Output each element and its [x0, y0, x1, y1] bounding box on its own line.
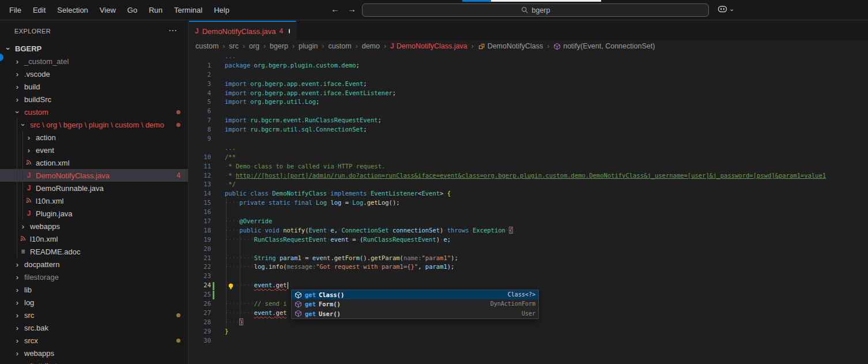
code-line-16[interactable]: 16: [189, 208, 868, 217]
tree-item-demonotifyclass-java[interactable]: JDemoNotifyClass.java4: [0, 169, 188, 182]
dirty-indicator-dot[interactable]: [289, 29, 290, 33]
method-symbol-icon: [553, 43, 561, 50]
line-number: 11: [189, 162, 211, 171]
menu-help[interactable]: Help: [208, 6, 235, 14]
code-line-12[interactable]: 12·*·http://[host]:[port]/admin/run.do?a…: [189, 171, 868, 181]
lightbulb-icon[interactable]: [227, 282, 235, 292]
code-line-24[interactable]: 24········event.get: [189, 281, 868, 290]
tree-item-plugin-java[interactable]: JPlugin.java: [0, 207, 188, 220]
suggest-item-getform[interactable]: getForm()DynActionForm: [292, 299, 538, 309]
command-center-search[interactable]: bgerp: [362, 3, 709, 17]
tree-item-label: src: [24, 311, 34, 320]
menu-bar: FileEditSelectionViewGoRunTerminalHelp: [3, 0, 235, 20]
code-line-text: ····private·static·final·Log·log·=·Log.g…: [225, 198, 400, 208]
tree-item-lib[interactable]: ›lib: [0, 283, 188, 296]
tree-item-webapps[interactable]: ›webapps: [0, 220, 188, 232]
breadcrumb-demonotifyclass[interactable]: DemoNotifyClass: [478, 42, 544, 50]
breadcrumb-notify-event-connectionset[interactable]: notify(Event, ConnectionSet): [553, 42, 655, 50]
code-line-1[interactable]: 1package·org.bgerp.plugin.custom.demo;: [189, 61, 868, 70]
code-line-7[interactable]: 7import·ru.bgcrm.event.RunClassRequestEv…: [189, 116, 868, 125]
tree-item-demorunnable-java[interactable]: JDemoRunnable.java: [0, 182, 188, 194]
breadcrumb-org[interactable]: org: [249, 42, 259, 50]
menu-go[interactable]: Go: [122, 6, 143, 14]
tab-demonotifyclass[interactable]: J DemoNotifyClass.java 4: [189, 21, 296, 40]
tree-item-build[interactable]: ›build: [0, 80, 188, 93]
tree-item-src-org-bgerp-plugin-custom-demo[interactable]: ›src \ org \ bgerp \ plugin \ custom \ d…: [0, 118, 188, 131]
tree-item-docpattern[interactable]: ›docpattern: [0, 258, 188, 271]
tree-item-action[interactable]: ›action: [0, 131, 188, 144]
chevron-expanded-icon: ›: [13, 108, 22, 117]
breadcrumb-demonotifyclass-java[interactable]: JDemoNotifyClass.java: [390, 42, 467, 50]
tree-item-gitattributes[interactable]: ◆.gitattributes: [0, 359, 188, 364]
copilot-menu[interactable]: ⌄: [718, 5, 734, 13]
menu-selection[interactable]: Selection: [51, 6, 93, 14]
tree-item-label: .gitattributes: [24, 362, 65, 364]
menu-file[interactable]: File: [3, 6, 27, 14]
tree-indent-guide: [17, 118, 17, 258]
code-line-29[interactable]: 29}: [189, 327, 868, 336]
code-line-17[interactable]: 17····@Override: [189, 217, 868, 226]
code-line-19[interactable]: 19········RunClassRequestEvent·event·=·(…: [189, 235, 868, 245]
breadcrumb-custom[interactable]: custom: [195, 42, 218, 50]
method-symbol-icon: [295, 310, 302, 317]
folded-code-marker[interactable]: ...: [189, 144, 868, 153]
menu-view[interactable]: View: [94, 6, 122, 14]
code-line-5[interactable]: 5import·org.bgerp.util.Log;: [189, 97, 868, 107]
code-line-20[interactable]: 20: [189, 245, 868, 254]
tree-item-src[interactable]: ›src: [0, 309, 188, 321]
top-sliver-blue: [462, 0, 491, 2]
tree-item-srcx[interactable]: ›srcx: [0, 334, 188, 347]
nav-forward-icon[interactable]: →: [348, 4, 356, 14]
code-line-21[interactable]: 21········String·param1·=·event.getForm(…: [189, 254, 868, 263]
code-line-4[interactable]: 4import·org.bgerp.app.event.iface.EventL…: [189, 89, 868, 98]
tree-item-l10n-xml[interactable]: l10n.xml: [0, 232, 188, 245]
tree-item-log[interactable]: ›log: [0, 296, 188, 309]
tree-root-bgerp[interactable]: ›BGERP: [0, 42, 188, 55]
code-line-22[interactable]: 22········log.info(message:"Got·request·…: [189, 262, 868, 272]
breadcrumb-separator-icon: ›: [243, 42, 245, 50]
tree-item-event[interactable]: ›event: [0, 144, 188, 156]
tree-item-action-xml[interactable]: action.xml: [0, 156, 188, 169]
code-line-8[interactable]: 8import·ru.bgcrm.util.sql.ConnectionSet;: [189, 125, 868, 134]
tree-item-custom[interactable]: ›custom: [0, 106, 188, 118]
tree-item-vscode[interactable]: ›.vscode: [0, 67, 188, 80]
code-line-text: package·org.bgerp.plugin.custom.demo;: [225, 61, 360, 70]
tree-item-readme-adoc[interactable]: ≡README.adoc: [0, 245, 188, 258]
tree-item-filestorage[interactable]: ›filestorage: [0, 271, 188, 283]
code-line-9[interactable]: 9: [189, 134, 868, 144]
code-line-3[interactable]: 3import·org.bgerp.app.event.iface.Event;: [189, 80, 868, 89]
more-actions-icon[interactable]: ⋯: [168, 25, 177, 36]
suggest-label: User(): [319, 309, 341, 318]
tree-item-custom-atel[interactable]: ›_custom_atel: [0, 55, 188, 67]
code-line-2[interactable]: 2: [189, 70, 868, 80]
breadcrumb-src[interactable]: src: [229, 42, 239, 50]
breadcrumb-demo[interactable]: demo: [362, 42, 380, 50]
suggest-item-getuser[interactable]: getUser()User: [292, 309, 538, 318]
code-line-23[interactable]: 23: [189, 272, 868, 281]
code-line-10[interactable]: 10/**: [189, 153, 868, 162]
nav-back-icon[interactable]: ←: [331, 4, 339, 14]
menu-edit[interactable]: Edit: [27, 6, 51, 14]
suggest-item-getclass[interactable]: getClass()Class<?>: [292, 290, 538, 299]
tree-item-webapps[interactable]: ›webapps: [0, 347, 188, 359]
code-line-13[interactable]: 13·*/: [189, 180, 868, 189]
chevron-collapsed-icon: ›: [13, 324, 22, 332]
code-line-11[interactable]: 11·*·Demo·class·to·be·called·via·HTTP·re…: [189, 162, 868, 171]
folded-code-marker[interactable]: ...: [189, 52, 868, 61]
code-line-6[interactable]: 6: [189, 107, 868, 116]
breadcrumb-plugin[interactable]: plugin: [299, 42, 318, 50]
breadcrumb-custom[interactable]: custom: [328, 42, 351, 50]
code-line-15[interactable]: 15····private·static·final·Log·log·=·Log…: [189, 198, 868, 208]
code-line-14[interactable]: 14public·class·DemoNotifyClass·implement…: [189, 189, 868, 198]
menu-run[interactable]: Run: [143, 6, 168, 14]
tree-item-label: srcx: [24, 336, 38, 345]
menu-terminal[interactable]: Terminal: [168, 6, 208, 14]
code-line-28[interactable]: 28····}: [189, 318, 868, 327]
breadcrumb-bgerp[interactable]: bgerp: [270, 42, 288, 50]
tree-item-src-bak[interactable]: ›src.bak: [0, 321, 188, 334]
chevron-collapsed-icon: ›: [13, 286, 22, 294]
tree-item-buildsrc[interactable]: ›buildSrc: [0, 93, 188, 106]
code-line-18[interactable]: 18····public·void·notify(Event·e,·Connec…: [189, 226, 868, 235]
tree-item-l10n-xml[interactable]: l10n.xml: [0, 194, 188, 207]
code-line-30[interactable]: 30: [189, 336, 868, 346]
